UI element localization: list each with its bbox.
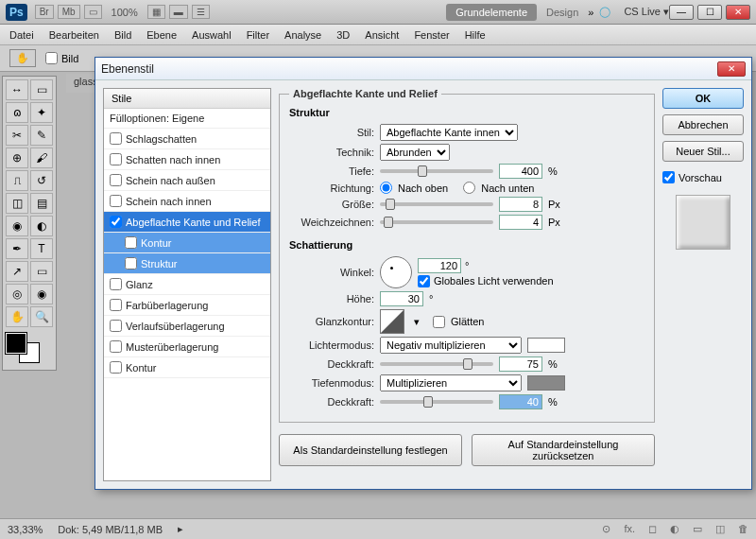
cb-farbuberl[interactable] <box>110 299 122 311</box>
menu-ansicht[interactable]: Ansicht <box>365 29 399 41</box>
groesse-slider[interactable] <box>380 202 493 206</box>
style-bevel-kontur[interactable]: Kontur <box>104 233 270 253</box>
dodge-tool[interactable]: ◐ <box>30 216 53 236</box>
style-bevel-struktur[interactable]: Struktur <box>104 253 270 274</box>
status-icon-trash[interactable]: 🗑 <box>738 523 748 535</box>
type-tool[interactable]: T <box>30 238 53 259</box>
technik-select[interactable]: Abrunden <box>380 144 450 161</box>
view-extras-button[interactable]: ▦ <box>147 5 165 19</box>
menu-bearbeiten[interactable]: Bearbeiten <box>49 29 99 41</box>
weich-slider[interactable] <box>380 220 493 224</box>
screen-mode-button[interactable]: ▭ <box>84 5 102 19</box>
menu-bild[interactable]: Bild <box>114 29 131 41</box>
styles-header[interactable]: Stile <box>104 89 270 109</box>
deckkraft2-input[interactable] <box>499 394 542 409</box>
bridge-button[interactable]: Br <box>35 5 54 19</box>
menu-ebene[interactable]: Ebene <box>146 29 177 41</box>
richtung-unten-radio[interactable] <box>463 182 475 194</box>
maximize-button[interactable]: ☐ <box>697 5 722 20</box>
status-icon-folder[interactable]: ▭ <box>693 523 702 535</box>
cb-glanz[interactable] <box>110 278 122 290</box>
cb-bevel-kontur[interactable] <box>125 236 137 249</box>
weich-input[interactable] <box>499 215 542 230</box>
deckkraft1-input[interactable] <box>499 356 542 372</box>
groesse-input[interactable] <box>499 197 542 212</box>
style-verlaufuberl[interactable]: Verlaufsüberlagerung <box>104 316 270 337</box>
color-swatches[interactable] <box>6 333 53 367</box>
lichtermodus-select[interactable]: Negativ multiplizieren <box>380 337 522 354</box>
menu-hilfe[interactable]: Hilfe <box>465 29 486 41</box>
dialog-close-button[interactable]: ✕ <box>717 61 746 77</box>
style-bevel[interactable]: Abgeflachte Kante und Relief <box>104 212 270 233</box>
menu-auswahl[interactable]: Auswahl <box>192 29 232 41</box>
3d-tool[interactable]: ◎ <box>6 284 28 304</box>
brush-tool[interactable]: 🖌 <box>30 148 53 168</box>
style-farbuberl[interactable]: Farbüberlagerung <box>104 295 270 316</box>
close-button[interactable]: ✕ <box>726 5 750 20</box>
tiefe-slider[interactable] <box>380 169 493 173</box>
menu-analyse[interactable]: Analyse <box>284 29 321 41</box>
stil-select[interactable]: Abgeflachte Kante innen <box>380 124 518 141</box>
zoom-level[interactable]: 100% <box>112 7 138 18</box>
blend-options-row[interactable]: Fülloptionen: Eigene <box>104 109 270 129</box>
style-schein-aussen[interactable]: Schein nach außen <box>104 170 270 191</box>
cb-kontur2[interactable] <box>110 361 122 374</box>
zoom-tool[interactable]: 🔍 <box>30 306 53 327</box>
marquee-tool[interactable]: ▭ <box>30 79 53 100</box>
preview-checkbox[interactable] <box>662 171 675 183</box>
tiefe-input[interactable] <box>499 164 542 179</box>
status-doc[interactable]: Dok: 5,49 MB/11,8 MB <box>58 524 163 535</box>
globallicht-checkbox[interactable] <box>418 275 430 287</box>
camera-tool[interactable]: ◉ <box>30 284 53 304</box>
gradient-tool[interactable]: ▤ <box>30 193 53 214</box>
angle-widget[interactable] <box>380 256 412 288</box>
status-zoom[interactable]: 33,33% <box>8 524 43 535</box>
status-icon-fx[interactable]: fx. <box>624 523 635 535</box>
workspace-tab-design[interactable]: Design <box>537 4 588 21</box>
cb-schlagschatten[interactable] <box>110 132 122 145</box>
cb-scheininnen[interactable] <box>110 195 122 207</box>
fg-color[interactable] <box>6 333 26 354</box>
shadow-color-swatch[interactable] <box>527 375 565 391</box>
ok-button[interactable]: OK <box>662 88 744 109</box>
style-schlagschatten[interactable]: Schlagschatten <box>104 129 270 149</box>
status-icon-new[interactable]: ◫ <box>715 523 725 535</box>
status-icon-adjust[interactable]: ◐ <box>670 523 679 535</box>
minimize-button[interactable]: — <box>669 5 694 20</box>
pen-tool[interactable]: ✒ <box>6 238 28 259</box>
crop-tool[interactable]: ✂ <box>6 125 28 146</box>
hoehe-input[interactable] <box>380 291 423 306</box>
workspace-tab-grundelemente[interactable]: Grundelemente <box>446 4 537 21</box>
style-schatten-innen[interactable]: Schatten nach innen <box>104 149 270 170</box>
bild-checkbox[interactable] <box>45 52 58 64</box>
menu-fenster[interactable]: Fenster <box>414 29 449 41</box>
style-glanz[interactable]: Glanz <box>104 274 270 295</box>
stamp-tool[interactable]: ⎍ <box>6 170 28 191</box>
status-icon-mask[interactable]: ◻ <box>648 523 657 535</box>
menu-datei[interactable]: Datei <box>9 29 34 41</box>
cb-bevel[interactable] <box>110 216 122 228</box>
status-icon-1[interactable]: ⊙ <box>602 523 610 535</box>
workspace-more[interactable]: » <box>588 7 593 18</box>
highlight-color-swatch[interactable] <box>527 338 565 353</box>
doc-button[interactable]: ☰ <box>192 5 210 19</box>
style-kontur[interactable]: Kontur <box>104 357 270 378</box>
eyedropper-tool[interactable]: ✎ <box>30 125 53 146</box>
cb-scheinaussen[interactable] <box>110 174 122 186</box>
shape-tool[interactable]: ▭ <box>30 261 53 282</box>
wand-tool[interactable]: ✦ <box>30 102 53 123</box>
heal-tool[interactable]: ⊕ <box>6 148 28 168</box>
style-musteruberl[interactable]: Musterüberlagerung <box>104 337 270 357</box>
winkel-input[interactable] <box>418 258 461 273</box>
path-tool[interactable]: ↗ <box>6 261 28 282</box>
glanzkontur-picker[interactable] <box>380 309 404 334</box>
new-style-button[interactable]: Neuer Stil... <box>662 141 744 162</box>
cb-bevel-struktur[interactable] <box>125 257 137 270</box>
deckkraft2-slider[interactable] <box>380 400 493 404</box>
cancel-button[interactable]: Abbrechen <box>662 114 744 135</box>
menu-filter[interactable]: Filter <box>247 29 269 41</box>
deckkraft1-slider[interactable] <box>380 362 493 366</box>
lasso-tool[interactable]: ɷ <box>6 102 28 123</box>
dialog-titlebar[interactable]: Ebenenstil ✕ <box>95 58 751 80</box>
eraser-tool[interactable]: ◫ <box>6 193 28 214</box>
